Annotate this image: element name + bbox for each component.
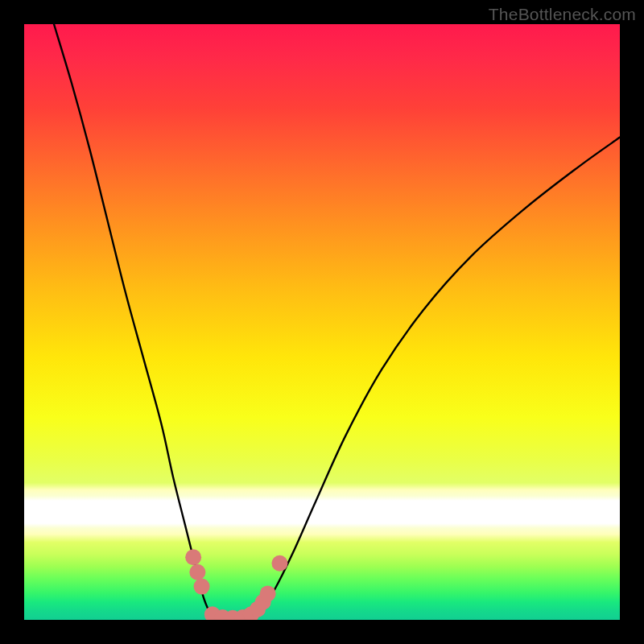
- curve-layer: [24, 24, 620, 620]
- plot-area: [24, 24, 620, 620]
- curve-markers: [185, 549, 287, 620]
- chart-frame: TheBottleneck.com: [0, 0, 644, 644]
- curve-marker: [271, 555, 287, 572]
- curve-marker: [260, 585, 276, 601]
- bottleneck-curve: [54, 24, 620, 619]
- curve-marker: [194, 579, 210, 595]
- curve-marker: [185, 549, 201, 565]
- watermark-text: TheBottleneck.com: [489, 5, 636, 24]
- curve-marker: [189, 564, 205, 580]
